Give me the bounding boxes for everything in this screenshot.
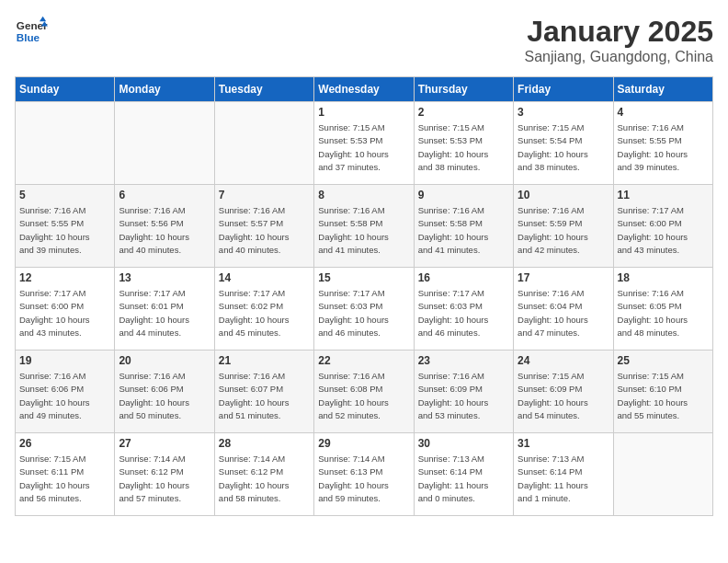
- calendar-cell: 30Sunrise: 7:13 AM Sunset: 6:14 PM Dayli…: [414, 433, 513, 516]
- calendar-cell: 23Sunrise: 7:16 AM Sunset: 6:09 PM Dayli…: [414, 350, 513, 433]
- header-saturday: Saturday: [613, 77, 712, 102]
- header-row: SundayMondayTuesdayWednesdayThursdayFrid…: [16, 77, 713, 102]
- calendar-cell: [613, 433, 712, 516]
- day-info: Sunrise: 7:16 AM Sunset: 6:08 PM Dayligh…: [318, 370, 409, 422]
- svg-text:Blue: Blue: [17, 31, 40, 43]
- day-number: 9: [418, 189, 509, 201]
- day-number: 2: [418, 106, 509, 119]
- day-info: Sunrise: 7:16 AM Sunset: 5:58 PM Dayligh…: [318, 204, 409, 257]
- header-friday: Friday: [514, 77, 613, 102]
- header-wednesday: Wednesday: [314, 77, 414, 102]
- calendar-cell: 17Sunrise: 7:16 AM Sunset: 6:04 PM Dayli…: [514, 268, 613, 350]
- day-info: Sunrise: 7:15 AM Sunset: 5:53 PM Dayligh…: [318, 121, 409, 174]
- day-info: Sunrise: 7:16 AM Sunset: 6:06 PM Dayligh…: [119, 370, 210, 422]
- day-info: Sunrise: 7:17 AM Sunset: 6:02 PM Dayligh…: [219, 287, 310, 339]
- day-number: 23: [418, 354, 509, 367]
- calendar-cell: 10Sunrise: 7:16 AM Sunset: 5:59 PM Dayli…: [514, 185, 613, 268]
- day-number: 15: [318, 271, 409, 284]
- day-info: Sunrise: 7:13 AM Sunset: 6:14 PM Dayligh…: [418, 453, 509, 505]
- day-info: Sunrise: 7:16 AM Sunset: 6:04 PM Dayligh…: [518, 287, 609, 339]
- calendar-cell: 24Sunrise: 7:15 AM Sunset: 6:09 PM Dayli…: [514, 350, 613, 433]
- header-tuesday: Tuesday: [214, 77, 313, 102]
- header-thursday: Thursday: [414, 77, 513, 102]
- day-number: 18: [618, 271, 709, 284]
- day-info: Sunrise: 7:14 AM Sunset: 6:13 PM Dayligh…: [318, 453, 409, 505]
- day-info: Sunrise: 7:16 AM Sunset: 6:06 PM Dayligh…: [19, 370, 110, 422]
- calendar-cell: 14Sunrise: 7:17 AM Sunset: 6:02 PM Dayli…: [214, 268, 313, 350]
- calendar-cell: [214, 102, 313, 185]
- day-number: 31: [518, 437, 609, 450]
- calendar-cell: 28Sunrise: 7:14 AM Sunset: 6:12 PM Dayli…: [214, 433, 313, 516]
- page-header: General Blue January 2025 Sanjiang, Guan…: [15, 15, 713, 65]
- day-info: Sunrise: 7:15 AM Sunset: 5:54 PM Dayligh…: [518, 121, 609, 174]
- day-info: Sunrise: 7:16 AM Sunset: 5:55 PM Dayligh…: [618, 121, 709, 174]
- day-info: Sunrise: 7:15 AM Sunset: 5:53 PM Dayligh…: [418, 121, 509, 174]
- calendar-cell: 26Sunrise: 7:15 AM Sunset: 6:11 PM Dayli…: [16, 433, 115, 516]
- calendar-cell: 8Sunrise: 7:16 AM Sunset: 5:58 PM Daylig…: [314, 185, 414, 268]
- calendar-cell: 27Sunrise: 7:14 AM Sunset: 6:12 PM Dayli…: [115, 433, 214, 516]
- day-number: 27: [119, 437, 210, 450]
- day-number: 13: [119, 271, 210, 284]
- day-info: Sunrise: 7:15 AM Sunset: 6:10 PM Dayligh…: [618, 370, 709, 422]
- calendar-cell: 6Sunrise: 7:16 AM Sunset: 5:56 PM Daylig…: [115, 185, 214, 268]
- header-monday: Monday: [115, 77, 214, 102]
- calendar-cell: 9Sunrise: 7:16 AM Sunset: 5:58 PM Daylig…: [414, 185, 513, 268]
- day-number: 19: [19, 354, 110, 367]
- calendar-cell: 25Sunrise: 7:15 AM Sunset: 6:10 PM Dayli…: [613, 350, 712, 433]
- week-row-2: 12Sunrise: 7:17 AM Sunset: 6:00 PM Dayli…: [16, 268, 713, 350]
- calendar-cell: 22Sunrise: 7:16 AM Sunset: 6:08 PM Dayli…: [314, 350, 414, 433]
- header-sunday: Sunday: [16, 77, 115, 102]
- day-number: 6: [119, 189, 210, 201]
- week-row-4: 26Sunrise: 7:15 AM Sunset: 6:11 PM Dayli…: [16, 433, 713, 516]
- day-number: 28: [219, 437, 310, 450]
- day-number: 26: [19, 437, 110, 450]
- day-info: Sunrise: 7:17 AM Sunset: 6:03 PM Dayligh…: [418, 287, 509, 339]
- day-info: Sunrise: 7:14 AM Sunset: 6:12 PM Dayligh…: [219, 453, 310, 505]
- calendar-cell: 2Sunrise: 7:15 AM Sunset: 5:53 PM Daylig…: [414, 102, 513, 185]
- calendar-cell: 4Sunrise: 7:16 AM Sunset: 5:55 PM Daylig…: [613, 102, 712, 185]
- day-info: Sunrise: 7:16 AM Sunset: 5:55 PM Dayligh…: [19, 204, 110, 257]
- calendar-cell: 16Sunrise: 7:17 AM Sunset: 6:03 PM Dayli…: [414, 268, 513, 350]
- calendar-cell: 11Sunrise: 7:17 AM Sunset: 6:00 PM Dayli…: [613, 185, 712, 268]
- day-number: 24: [518, 354, 609, 367]
- day-info: Sunrise: 7:16 AM Sunset: 6:05 PM Dayligh…: [618, 287, 709, 339]
- week-row-0: 1Sunrise: 7:15 AM Sunset: 5:53 PM Daylig…: [16, 102, 713, 185]
- title-block: January 2025 Sanjiang, Guangdong, China: [525, 15, 714, 65]
- day-info: Sunrise: 7:16 AM Sunset: 5:56 PM Dayligh…: [119, 204, 210, 257]
- day-number: 11: [618, 189, 709, 201]
- day-number: 21: [219, 354, 310, 367]
- logo-icon: General Blue: [15, 15, 48, 48]
- day-info: Sunrise: 7:15 AM Sunset: 6:11 PM Dayligh…: [19, 453, 110, 505]
- day-info: Sunrise: 7:16 AM Sunset: 5:59 PM Dayligh…: [518, 204, 609, 257]
- calendar-table: SundayMondayTuesdayWednesdayThursdayFrid…: [15, 76, 713, 516]
- day-info: Sunrise: 7:17 AM Sunset: 6:00 PM Dayligh…: [618, 204, 709, 257]
- calendar-cell: 7Sunrise: 7:16 AM Sunset: 5:57 PM Daylig…: [214, 185, 313, 268]
- day-info: Sunrise: 7:16 AM Sunset: 5:57 PM Dayligh…: [219, 204, 310, 257]
- calendar-cell: 1Sunrise: 7:15 AM Sunset: 5:53 PM Daylig…: [314, 102, 414, 185]
- day-info: Sunrise: 7:13 AM Sunset: 6:14 PM Dayligh…: [518, 453, 609, 505]
- calendar-cell: 21Sunrise: 7:16 AM Sunset: 6:07 PM Dayli…: [214, 350, 313, 433]
- calendar-cell: 29Sunrise: 7:14 AM Sunset: 6:13 PM Dayli…: [314, 433, 414, 516]
- day-info: Sunrise: 7:16 AM Sunset: 5:58 PM Dayligh…: [418, 204, 509, 257]
- day-info: Sunrise: 7:16 AM Sunset: 6:09 PM Dayligh…: [418, 370, 509, 422]
- day-number: 3: [518, 106, 609, 119]
- day-number: 22: [318, 354, 409, 367]
- day-number: 10: [518, 189, 609, 201]
- day-info: Sunrise: 7:15 AM Sunset: 6:09 PM Dayligh…: [518, 370, 609, 422]
- day-number: 5: [19, 189, 110, 201]
- logo: General Blue: [15, 15, 48, 48]
- calendar-cell: 5Sunrise: 7:16 AM Sunset: 5:55 PM Daylig…: [16, 185, 115, 268]
- calendar-title: January 2025: [525, 15, 714, 49]
- day-number: 14: [219, 271, 310, 284]
- week-row-3: 19Sunrise: 7:16 AM Sunset: 6:06 PM Dayli…: [16, 350, 713, 433]
- calendar-cell: 13Sunrise: 7:17 AM Sunset: 6:01 PM Dayli…: [115, 268, 214, 350]
- day-number: 1: [318, 106, 409, 119]
- calendar-cell: 12Sunrise: 7:17 AM Sunset: 6:00 PM Dayli…: [16, 268, 115, 350]
- day-number: 7: [219, 189, 310, 201]
- week-row-1: 5Sunrise: 7:16 AM Sunset: 5:55 PM Daylig…: [16, 185, 713, 268]
- day-number: 17: [518, 271, 609, 284]
- day-info: Sunrise: 7:17 AM Sunset: 6:03 PM Dayligh…: [318, 287, 409, 339]
- day-number: 8: [318, 189, 409, 201]
- calendar-subtitle: Sanjiang, Guangdong, China: [525, 49, 714, 65]
- calendar-cell: 15Sunrise: 7:17 AM Sunset: 6:03 PM Dayli…: [314, 268, 414, 350]
